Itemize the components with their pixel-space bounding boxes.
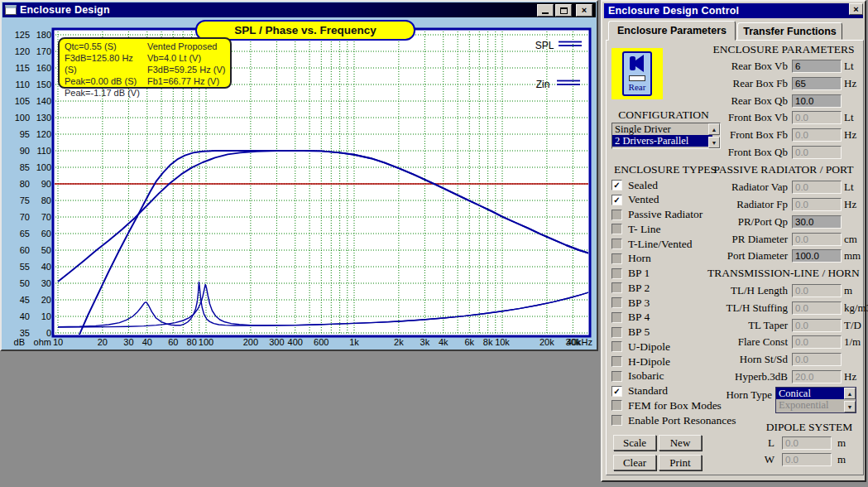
checkbox-h-dipole[interactable] xyxy=(611,356,622,367)
checkbox-row-isobaric[interactable]: Isobaric xyxy=(611,369,664,383)
tab-enclosure-parameters[interactable]: Enclosure Parameters xyxy=(608,21,736,41)
checkbox-passive-radiator[interactable] xyxy=(611,210,622,220)
info-line: Fb1=66.77 Hz (V) xyxy=(147,75,230,87)
field-front-box-fb[interactable]: 0.0 xyxy=(792,128,842,142)
y-db-tick-label: 105 xyxy=(15,96,30,106)
checkbox-enable-port-resonances[interactable] xyxy=(611,415,622,426)
checkbox-row-bp-3[interactable]: BP 3 xyxy=(611,296,650,310)
checkbox-row-u-dipole[interactable]: U-Dipole xyxy=(611,340,670,354)
legend-spl-label: SPL xyxy=(535,40,554,51)
y-db-tick-label: 110 xyxy=(15,80,30,89)
checkbox-fem-for-box-modes[interactable] xyxy=(611,400,622,411)
checkbox-row-bp-5[interactable]: BP 5 xyxy=(611,325,650,340)
horn-type-scrollbar[interactable]: ▲▼ xyxy=(844,388,856,412)
checkbox-t-line[interactable] xyxy=(611,224,622,234)
tab-transfer-functions[interactable]: Transfer Functions xyxy=(737,22,842,40)
field-l[interactable]: 0.0 xyxy=(782,436,832,450)
checkbox-row-vented[interactable]: ✓Vented xyxy=(611,193,659,207)
speaker-slot-icon xyxy=(629,75,645,81)
x-tick-label: 30k xyxy=(566,337,581,347)
field-tl-h-stuffing[interactable]: 0.0 xyxy=(792,301,842,315)
clear-button[interactable]: Clear xyxy=(613,455,656,470)
checkbox-label: Vented xyxy=(628,193,659,206)
checkbox-row-horn[interactable]: Horn xyxy=(611,252,651,266)
y-ohm-tick-label: 100 xyxy=(36,162,51,172)
checkbox-row-t-line[interactable]: T- Line xyxy=(611,222,661,236)
checkbox-bp-3[interactable] xyxy=(611,297,622,308)
field-label-tl-h-length: TL/H Length xyxy=(682,284,788,297)
y-db-axis-unit: dB xyxy=(14,337,25,347)
checkbox-horn[interactable] xyxy=(611,253,622,264)
field-unit-hyperb-3db: Hz xyxy=(844,370,856,383)
field-flare-const[interactable]: 0.0 xyxy=(792,335,842,349)
control-window-titlebar[interactable]: Enclosure Design Control xyxy=(604,3,863,18)
checkbox-vented[interactable]: ✓ xyxy=(611,195,622,205)
horn-type-listbox: ConicalExponential▲▼ xyxy=(775,387,856,413)
field-rear-box-fb[interactable]: 65 xyxy=(792,77,842,90)
x-tick-label: 30 xyxy=(123,337,133,347)
checkbox-row-enable-port-resonances[interactable]: Enable Port Resonances xyxy=(611,413,736,427)
y-db-tick-label: 45 xyxy=(20,295,30,305)
horn-type-option-exponential[interactable]: Exponential xyxy=(776,399,848,411)
checkbox-row-bp-4[interactable]: BP 4 xyxy=(611,311,650,325)
field-front-box-vb[interactable]: 0.0 xyxy=(792,111,842,124)
y-ohm-tick-label: 150 xyxy=(36,80,51,89)
field-radiator-vap[interactable]: 0.0 xyxy=(792,181,842,194)
field-radiator-fp[interactable]: 0.0 xyxy=(792,198,842,211)
close-button[interactable]: × xyxy=(576,4,592,17)
maximize-button[interactable] xyxy=(555,4,572,17)
y-db-tick-label: 125 xyxy=(15,30,30,40)
checkbox-label: Isobaric xyxy=(628,369,664,383)
tab-bar: Enclosure Parameters Transfer Functions xyxy=(602,21,865,40)
field-w[interactable]: 0.0 xyxy=(782,453,832,466)
control-window-title: Enclosure Design Control xyxy=(608,5,739,17)
scale-button[interactable]: Scale xyxy=(613,435,656,451)
field-tl-taper[interactable]: 0.0 xyxy=(792,319,842,332)
x-tick-label: 2k xyxy=(394,337,404,347)
field-rear-box-vb[interactable]: 6 xyxy=(792,60,842,73)
driver-icon-box: Rear xyxy=(611,48,663,99)
field-unit-front-box-fb: Hz xyxy=(844,128,856,142)
horn-type-option-conical[interactable]: Conical xyxy=(776,388,848,399)
scroll-up-icon[interactable]: ▲ xyxy=(844,388,856,399)
series-spl-sealed-s- xyxy=(58,151,592,282)
field-horn-st-sd[interactable]: 0.0 xyxy=(792,353,842,366)
x-tick-label: 3k xyxy=(420,337,430,347)
minimize-button[interactable] xyxy=(537,4,554,17)
field-label-front-box-vb: Front Box Vb xyxy=(682,111,788,124)
checkbox-row-sealed[interactable]: ✓Sealed xyxy=(611,178,658,192)
checkbox-bp-2[interactable] xyxy=(611,282,622,293)
field-rear-box-qb[interactable]: 10.0 xyxy=(792,94,842,108)
y-db-tick-label: 60 xyxy=(20,245,30,255)
field-tl-h-length[interactable]: 0.0 xyxy=(792,284,842,297)
y-ohm-tick-label: 50 xyxy=(41,245,51,255)
field-unit-rear-box-fb: Hz xyxy=(844,77,856,90)
field-front-box-qb[interactable]: 0.0 xyxy=(792,146,842,159)
checkbox-row-h-dipole[interactable]: H-Dipole xyxy=(611,354,670,369)
checkbox-sealed[interactable]: ✓ xyxy=(611,180,622,190)
checkbox-standard[interactable]: ✓ xyxy=(611,386,622,397)
y-ohm-tick-label: 30 xyxy=(41,278,51,288)
checkbox-isobaric[interactable] xyxy=(611,371,622,382)
y-db-tick-label: 35 xyxy=(20,328,30,338)
checkbox-row-t-line-vented[interactable]: T-Line/Vented xyxy=(611,237,692,251)
horn-type-label: Horn Type xyxy=(682,388,772,402)
checkbox-bp-5[interactable] xyxy=(611,327,622,338)
main-window-titlebar[interactable]: Enclosure Design × xyxy=(2,2,596,17)
field-port-diameter[interactable]: 100.0 xyxy=(792,249,842,263)
checkbox-t-line-vented[interactable] xyxy=(611,239,622,249)
x-tick-label: 1k xyxy=(349,337,359,347)
checkbox-row-standard[interactable]: ✓Standard xyxy=(611,384,668,398)
scroll-down-icon[interactable]: ▼ xyxy=(844,401,856,412)
control-close-button[interactable]: × xyxy=(849,3,863,15)
checkbox-u-dipole[interactable] xyxy=(611,341,622,352)
field-hyperb-3db[interactable]: 20.0 xyxy=(792,370,842,383)
checkbox-bp-4[interactable] xyxy=(611,312,622,323)
field-pr-port-qp[interactable]: 30.0 xyxy=(792,215,842,229)
checkbox-bp-1[interactable] xyxy=(611,268,622,279)
y-db-tick-label: 75 xyxy=(20,195,30,205)
checkbox-row-bp-2[interactable]: BP 2 xyxy=(611,281,650,295)
info-line: F3dB=59.25 Hz (V) xyxy=(147,64,230,75)
checkbox-row-bp-1[interactable]: BP 1 xyxy=(611,267,650,281)
field-pr-diameter[interactable]: 0.0 xyxy=(792,233,842,246)
